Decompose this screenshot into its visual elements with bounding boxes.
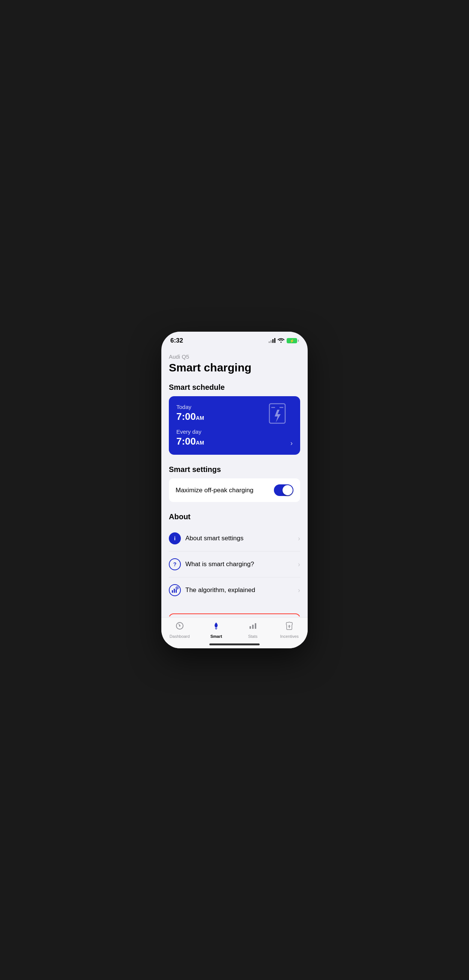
svg-rect-4	[172, 590, 173, 593]
battery-icon: ⚡	[287, 338, 297, 343]
phone-frame: 6:32 ⚡	[161, 332, 308, 648]
about-smart-settings-left: i About smart settings	[169, 532, 243, 544]
recurring-time: 7:00AM	[176, 436, 204, 447]
what-is-smart-charging-item[interactable]: ? What is smart charging? ›	[169, 552, 300, 578]
smart-schedule-title: Smart schedule	[169, 383, 300, 392]
toggle-knob	[283, 485, 293, 495]
tab-dashboard[interactable]: Dashboard	[161, 621, 198, 639]
what-is-smart-charging-left: ? What is smart charging?	[169, 558, 254, 570]
smart-settings-title: Smart settings	[169, 465, 300, 474]
smart-icon	[211, 621, 221, 633]
schedule-card[interactable]: Today 7:00AM Every day 7:00AM ›	[169, 396, 300, 455]
svg-rect-15	[252, 625, 254, 629]
status-bar: 6:32 ⚡	[161, 332, 308, 347]
tab-stats[interactable]: Stats	[234, 621, 271, 639]
recurring-schedule-text: Every day 7:00AM	[176, 428, 204, 447]
status-time: 6:32	[170, 337, 183, 344]
algorithm-explained-chevron-icon: ›	[298, 586, 300, 594]
about-section: About i About smart settings › ? What is…	[169, 512, 300, 603]
tab-dashboard-label: Dashboard	[170, 634, 190, 639]
signal-icon	[269, 339, 275, 343]
recurring-schedule[interactable]: Every day 7:00AM ›	[176, 428, 293, 447]
smart-settings-section: Smart settings Maximize off-peak chargin…	[169, 465, 300, 502]
svg-rect-5	[174, 589, 175, 593]
about-title: About	[169, 512, 300, 521]
dashboard-icon	[175, 621, 184, 633]
battery-container: ⚡	[287, 338, 299, 343]
vehicle-label: Audi Q5	[169, 353, 300, 360]
svg-rect-16	[255, 623, 256, 629]
question-icon: ?	[169, 558, 181, 570]
settings-card: Maximize off-peak charging	[169, 478, 300, 502]
status-icons: ⚡	[269, 338, 299, 344]
info-icon: i	[169, 532, 181, 544]
what-is-smart-charging-chevron-icon: ›	[298, 560, 300, 568]
about-smart-settings-item[interactable]: i About smart settings ›	[169, 526, 300, 552]
tab-incentives[interactable]: Incentives	[271, 621, 308, 639]
svg-rect-6	[176, 589, 177, 593]
stats-icon	[248, 621, 258, 633]
tab-incentives-label: Incentives	[280, 634, 299, 639]
tab-smart-label: Smart	[210, 634, 222, 639]
home-indicator	[209, 643, 260, 645]
incentives-icon	[285, 621, 294, 633]
toggle-label: Maximize off-peak charging	[176, 487, 254, 494]
svg-rect-14	[250, 626, 251, 629]
recurring-label: Every day	[176, 428, 204, 435]
about-smart-settings-chevron-icon: ›	[298, 535, 300, 542]
algorithm-explained-label: The algorithm, explained	[185, 586, 255, 594]
schedule-chevron-icon: ›	[290, 439, 293, 447]
svg-line-12	[179, 624, 180, 625]
what-is-smart-charging-label: What is smart charging?	[185, 560, 254, 568]
turn-off-smart-charging-button[interactable]: Turn off smart charging	[169, 613, 300, 616]
off-peak-toggle[interactable]	[274, 484, 293, 496]
tab-stats-label: Stats	[248, 634, 258, 639]
chart-settings-icon	[169, 584, 181, 596]
svg-point-13	[179, 625, 180, 626]
algorithm-explained-item[interactable]: The algorithm, explained ›	[169, 578, 300, 603]
battery-tip	[298, 340, 299, 342]
algorithm-explained-left: The algorithm, explained	[169, 584, 255, 596]
svg-marker-3	[275, 410, 281, 422]
about-smart-settings-label: About smart settings	[185, 535, 243, 542]
wifi-icon	[278, 338, 285, 344]
page-title: Smart charging	[169, 361, 300, 374]
schedule-icon	[266, 402, 293, 428]
tab-smart[interactable]: Smart	[198, 621, 235, 639]
main-content: Audi Q5 Smart charging Smart schedule To…	[161, 347, 308, 616]
